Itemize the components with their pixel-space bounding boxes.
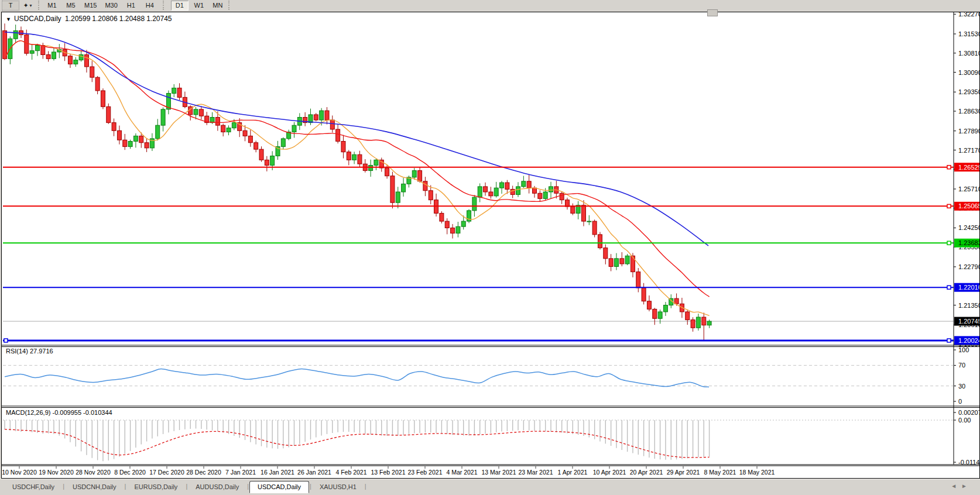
date-label: 4 Mar 2021 [446, 469, 477, 476]
date-label: 18 May 2021 [739, 469, 775, 476]
date-axis[interactable]: 10 Nov 202019 Nov 202028 Nov 20208 Dec 2… [2, 466, 775, 476]
svg-text:1.21350: 1.21350 [958, 302, 979, 309]
date-label: 23 Mar 2021 [519, 469, 553, 476]
date-label: 13 Mar 2021 [482, 469, 516, 476]
date-label: 26 Jan 2021 [297, 469, 331, 476]
date-label: 1 Apr 2021 [558, 469, 588, 476]
svg-text:1.20024: 1.20024 [958, 337, 979, 344]
chart-tabs: USDCHF,Daily|USDCNH,Daily|EURUSD,Daily|A… [0, 479, 980, 493]
macd-pane: 0.0020740.00-0.011462 [3, 409, 979, 466]
tab-scroll-arrows[interactable]: ◄► [951, 483, 972, 489]
draw-tool-button[interactable]: ✦ ▾ [19, 1, 36, 10]
toolbar: T ✦ ▾ M1M5M15M30H1H4D1W1MN [0, 0, 980, 11]
svg-text:1.22016: 1.22016 [958, 284, 979, 291]
svg-text:1.28630: 1.28630 [958, 108, 979, 115]
date-label: 13 Feb 2021 [371, 469, 406, 476]
svg-text:0.002074: 0.002074 [958, 409, 979, 416]
date-label: 17 Dec 2020 [149, 469, 184, 476]
timeframe-button-w1[interactable]: W1 [191, 1, 207, 10]
rsi-line [5, 369, 709, 387]
svg-text:1.26529: 1.26529 [958, 164, 979, 171]
tab-usdcad-daily[interactable]: USDCAD,Daily [249, 481, 309, 493]
date-label: 4 Feb 2021 [335, 469, 366, 476]
date-label: 8 May 2021 [704, 469, 736, 476]
timeframe-button-d1[interactable]: D1 [171, 1, 189, 11]
svg-text:0.00: 0.00 [958, 417, 971, 424]
macd-signal-line [5, 429, 710, 458]
tab-usdcnh-daily[interactable]: USDCNH,Daily [65, 482, 124, 493]
svg-text:1.24250: 1.24250 [958, 224, 979, 231]
draw-tool-icon: ✦ [23, 2, 28, 9]
date-label: 28 Nov 2020 [76, 469, 111, 476]
svg-text:1.22790: 1.22790 [958, 263, 979, 270]
rsi-indicator-label: RSI(14) 27.9716 [6, 348, 53, 355]
ma-blue-line[interactable] [5, 32, 708, 246]
ohlc-close: 1.20745 [146, 15, 172, 23]
svg-text:1.25710: 1.25710 [958, 185, 979, 192]
timeframe-button-group: M1M5M15M30H1H4D1W1MN [44, 1, 226, 11]
date-label: 19 Nov 2020 [39, 469, 74, 476]
tab-scroll-left-icon[interactable]: ◄ [951, 483, 961, 489]
svg-text:1.30090: 1.30090 [958, 69, 979, 76]
date-label: 29 Apr 2021 [667, 469, 700, 476]
tab-divider: | [364, 483, 367, 490]
svg-text:100: 100 [958, 346, 969, 353]
text-tool-button[interactable]: T [2, 1, 19, 11]
svg-text:1.23683: 1.23683 [958, 239, 979, 246]
price-axis-ticks: 1.322701.315301.308101.300901.293501.286… [954, 12, 979, 348]
horizontal-line-1.26529[interactable]: 1.26529 [3, 163, 979, 171]
chart-title: ▼USDCAD,Daily 1.205991.208061.204881.207… [6, 15, 176, 23]
svg-text:1.27170: 1.27170 [958, 147, 979, 154]
chart-canvas[interactable]: 1.322701.315301.308101.300901.293501.286… [2, 12, 979, 478]
timeframe-button-mn[interactable]: MN [210, 1, 226, 10]
timeframe-button-h4[interactable]: H4 [142, 1, 158, 10]
ohlc-open: 1.20599 [65, 15, 90, 23]
svg-text:-0.011462: -0.011462 [958, 459, 979, 466]
svg-text:1.25065: 1.25065 [958, 202, 979, 209]
timeframe-button-m15[interactable]: M15 [81, 1, 100, 10]
horizontal-line-1.20024[interactable]: 1.20024 [3, 336, 979, 345]
timeframe-button-h1[interactable]: H1 [123, 1, 139, 10]
tab-xauusd-h1[interactable]: XAUUSD,H1 [312, 482, 364, 493]
scrollbar-stub[interactable] [707, 9, 718, 16]
timeframe-button-m5[interactable]: M5 [63, 1, 79, 10]
rsi-pane: 10070300 [3, 346, 969, 405]
ohlc-low: 1.20488 [119, 15, 145, 23]
svg-text:1.27890: 1.27890 [958, 128, 979, 135]
date-label: 23 Feb 2021 [408, 469, 443, 476]
tab-usdchf-daily[interactable]: USDCHF,Daily [5, 482, 62, 493]
svg-text:1.32270: 1.32270 [958, 12, 979, 18]
date-label: 10 Nov 2020 [2, 469, 37, 476]
current-price-label: 1.20745 [954, 317, 979, 326]
horizontal-line-1.25065[interactable]: 1.25065 [3, 202, 979, 211]
tab-audusd-daily[interactable]: AUDUSD,Daily [188, 482, 246, 493]
svg-text:30: 30 [958, 383, 965, 390]
macd-histogram [5, 420, 710, 461]
tab-scroll-right-icon[interactable]: ► [961, 483, 972, 489]
date-label: 7 Jan 2021 [225, 469, 256, 476]
tab-eurusd-daily[interactable]: EURUSD,Daily [126, 482, 185, 493]
timeframe-button-m30[interactable]: M30 [102, 1, 120, 10]
toolbar-separator [38, 1, 41, 10]
chart-tab-bar: USDCHF,Daily|USDCNH,Daily|EURUSD,Daily|A… [0, 479, 980, 495]
date-label: 10 Apr 2021 [593, 469, 626, 476]
ohlc-high: 1.20806 [92, 15, 117, 23]
svg-text:70: 70 [958, 362, 965, 369]
svg-text:0: 0 [958, 398, 962, 405]
svg-text:1.31530: 1.31530 [958, 30, 979, 37]
chart-window: ▼USDCAD,Daily 1.205991.208061.204881.207… [1, 12, 980, 479]
mt4-application: { "toolbar":{ "text_tool":"T", "draw_ico… [0, 0, 980, 495]
chevron-down-icon: ▾ [30, 3, 32, 8]
ma-orange-line[interactable] [5, 41, 710, 316]
horizontal-line-1.22016[interactable]: 1.22016 [3, 283, 979, 292]
date-label: 8 Dec 2020 [114, 469, 146, 476]
pane-separators[interactable] [2, 345, 979, 466]
chart-menu-icon[interactable]: ▼ [6, 16, 11, 22]
svg-text:1.30810: 1.30810 [958, 50, 979, 57]
date-label: 28 Dec 2020 [186, 469, 221, 476]
svg-text:1.20745: 1.20745 [958, 318, 979, 325]
horizontal-line-1.23683[interactable]: 1.23683 [3, 239, 979, 248]
date-label: 16 Jan 2021 [261, 469, 294, 476]
timeframe-button-m1[interactable]: M1 [44, 1, 60, 10]
candlesticks [3, 23, 712, 340]
